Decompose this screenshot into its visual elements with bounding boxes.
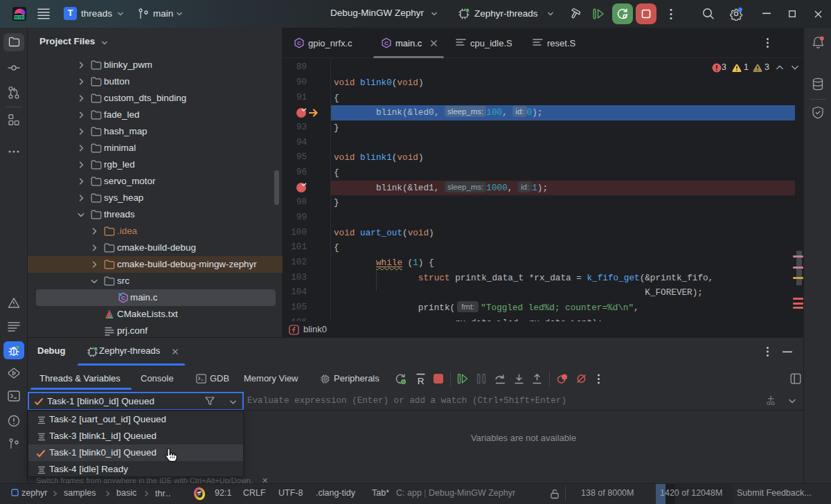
svg-text:R: R (418, 376, 425, 386)
svg-text:C: C (121, 295, 125, 301)
svg-text:PREVIEW: PREVIEW (12, 16, 27, 19)
